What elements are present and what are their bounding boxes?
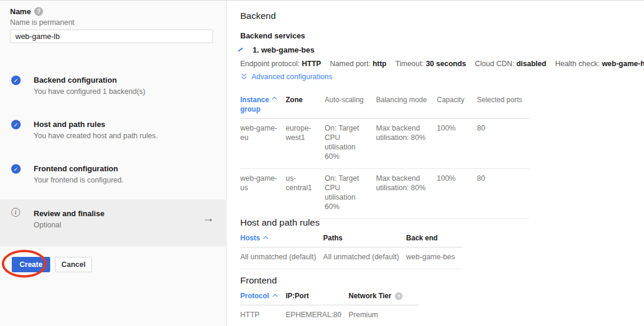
prop-value: 30 seconds <box>426 60 466 68</box>
advanced-configurations-label: Advanced configurations <box>251 73 332 81</box>
name-help-icon[interactable]: ? <box>34 7 43 16</box>
table-header-row: Protocol IP:Port Network Tier? <box>240 291 419 305</box>
step-backend-configuration[interactable]: ✓ Backend configuration You have configu… <box>0 73 227 106</box>
prop-value: HTTP <box>302 60 321 68</box>
column-header-balancing-mode[interactable]: Balancing mode <box>376 95 437 119</box>
step-complete-check-icon: ✓ <box>11 164 21 174</box>
cell-selected-ports: 80 <box>477 169 529 219</box>
cell-auto-scaling: On: Target CPU utilisation 60% <box>325 169 376 219</box>
network-tier-help-icon[interactable]: ? <box>395 292 403 300</box>
frontend-table: Protocol IP:Port Network Tier? HTTP EPHE… <box>240 291 419 326</box>
double-chevron-down-icon <box>241 73 247 80</box>
cell-balancing-mode: Max backend utilisation: 80% <box>376 169 437 219</box>
arrow-right-icon[interactable]: → <box>202 211 214 225</box>
review-panel: Backend Backend services 1. web-game-bes… <box>227 1 644 326</box>
cell-auto-scaling: On: Target CPU utilisation 60% <box>325 119 376 169</box>
wizard-sidebar: Name ? Name is permanent ✓ Backend confi… <box>0 1 227 326</box>
sort-asc-icon <box>272 294 277 299</box>
cell-balancing-mode: Max backend utilisation: 80% <box>376 119 437 169</box>
step-complete-check-icon: ✓ <box>11 76 21 85</box>
info-icon: i <box>11 208 20 217</box>
cell-back-end: web-game-bes <box>406 247 462 269</box>
column-header-ip-port[interactable]: IP:Port <box>286 291 348 305</box>
cell-hosts: All unmatched (default) <box>240 247 323 269</box>
create-button[interactable]: Create <box>12 257 50 272</box>
prop-value: disabled <box>516 60 547 68</box>
table-header-row: Hosts Paths Back end <box>240 233 462 247</box>
step-review-and-finalise[interactable]: i Review and finalise Optional → <box>0 200 227 246</box>
column-header-hosts[interactable]: Hosts <box>240 233 323 247</box>
column-header-capacity[interactable]: Capacity <box>437 95 477 119</box>
step-subtitle: Your frontend is configured. <box>34 175 227 185</box>
column-header-auto-scaling[interactable]: Auto-scaling <box>325 95 376 119</box>
column-header-zone[interactable]: Zone <box>286 95 325 119</box>
step-title: Host and path rules <box>34 117 227 129</box>
table-row: web-game-us us-central1 On: Target CPU u… <box>240 169 529 219</box>
cell-instance-group: web-game-eu <box>240 119 286 169</box>
backend-section-title: Backend <box>240 10 276 22</box>
cell-zone: us-central1 <box>286 169 325 219</box>
load-balancer-create-page: Name ? Name is permanent ✓ Backend confi… <box>0 0 644 326</box>
table-row: web-game-eu europe-west1 On: Target CPU … <box>240 119 529 169</box>
step-subtitle: Optional <box>34 220 227 230</box>
cell-capacity: 100% <box>437 119 477 169</box>
cell-capacity: 100% <box>437 169 477 219</box>
host-path-section-title: Host and path rules <box>240 217 319 229</box>
step-subtitle: You have created host and path rules. <box>34 131 227 141</box>
column-header-selected-ports[interactable]: Selected ports <box>477 95 529 119</box>
step-subtitle: You have configured 1 backend(s) <box>34 87 227 96</box>
column-header-network-tier[interactable]: Network Tier? <box>348 291 419 305</box>
sort-asc-icon <box>263 236 268 241</box>
name-input[interactable] <box>10 30 213 43</box>
step-title: Review and finalise <box>34 200 227 219</box>
column-header-protocol[interactable]: Protocol <box>240 291 286 305</box>
backend-service-properties: Endpoint protocol: HTTP Named port: http… <box>240 60 644 68</box>
prop-label: Cloud CDN: <box>475 60 515 68</box>
column-header-back-end[interactable]: Back end <box>406 233 462 247</box>
cell-network-tier: Premium <box>348 305 419 326</box>
prop-value: web-game-health-check <box>602 60 644 68</box>
backend-service-name: 1. web-game-bes <box>253 45 315 54</box>
cell-zone: europe-west1 <box>286 119 325 169</box>
step-complete-check-icon: ✓ <box>11 120 21 129</box>
name-field-hint: Name is permanent <box>10 18 74 27</box>
step-title: Frontend configuration <box>34 161 227 174</box>
cell-ip-port: EPHEMERAL:80 <box>286 305 348 326</box>
backend-instance-group-table: Instance group Zone Auto-scaling Balanci… <box>240 95 529 219</box>
step-host-and-path-rules[interactable]: ✓ Host and path rules You have created h… <box>0 117 227 150</box>
prop-label: Endpoint protocol: <box>240 60 300 68</box>
step-title: Backend configuration <box>34 73 227 85</box>
table-header-row: Instance group Zone Auto-scaling Balanci… <box>240 95 529 119</box>
prop-label: Timeout: <box>395 60 424 68</box>
column-header-paths[interactable]: Paths <box>323 233 407 247</box>
frontend-section-title: Frontend <box>240 275 277 286</box>
cancel-button[interactable]: Cancel <box>55 257 92 272</box>
cell-paths: All unmatched (default) <box>323 247 407 269</box>
name-field-label: Name <box>10 7 31 16</box>
prop-label: Named port: <box>330 60 371 68</box>
table-row: HTTP EPHEMERAL:80 Premium <box>240 305 419 326</box>
prop-label: Health check: <box>555 60 600 68</box>
table-row: All unmatched (default) All unmatched (d… <box>240 247 462 269</box>
host-path-table: Hosts Paths Back end All unmatched (defa… <box>240 233 462 269</box>
step-frontend-configuration[interactable]: ✓ Frontend configuration Your frontend i… <box>0 161 227 194</box>
advanced-configurations-link[interactable]: Advanced configurations <box>241 73 332 81</box>
prop-value: http <box>372 60 387 68</box>
cell-instance-group: web-game-us <box>240 169 286 219</box>
cell-protocol: HTTP <box>240 305 286 326</box>
column-header-instance-group[interactable]: Instance group <box>240 95 286 119</box>
backend-services-heading: Backend services <box>240 31 305 40</box>
cell-selected-ports: 80 <box>477 119 529 169</box>
edit-icon[interactable] <box>238 48 243 52</box>
